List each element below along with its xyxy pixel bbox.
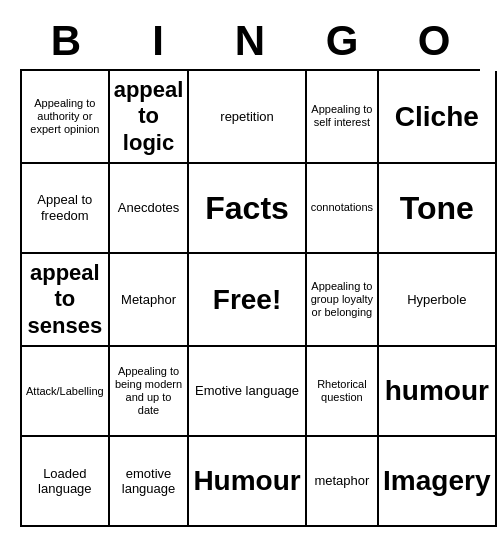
bingo-cell-r4-c2: Humour [189,437,306,527]
bingo-cell-r0-c4: Cliche [379,71,496,164]
bingo-cell-r4-c3: metaphor [307,437,379,527]
bingo-cell-r0-c2: repetition [189,71,306,164]
cell-text: Metaphor [121,292,176,308]
bingo-cell-r2-c1: Metaphor [110,254,190,347]
bingo-cell-r1-c2: Facts [189,164,306,254]
cell-text: Hyperbole [407,292,466,308]
cell-text: Imagery [383,464,490,498]
bingo-card: BINGO Appealing to authority or expert o… [10,7,490,537]
cell-text: Attack/Labelling [26,385,104,398]
bingo-cell-r3-c1: Appealing to being modern and up to date [110,347,190,437]
bingo-cell-r0-c0: Appealing to authority or expert opinion [22,71,110,164]
cell-text: Loaded language [26,466,104,497]
bingo-cell-r1-c0: Appeal to freedom [22,164,110,254]
bingo-cell-r2-c4: Hyperbole [379,254,496,347]
cell-text: humour [385,374,489,408]
bingo-cell-r1-c3: connotations [307,164,379,254]
cell-text: Appealing to being modern and up to date [114,365,184,418]
cell-text: Anecdotes [118,200,179,216]
cell-text: Appealing to group loyalty or belonging [311,280,373,320]
cell-text: Cliche [395,100,479,134]
bingo-letter-G: G [298,17,386,65]
bingo-cell-r2-c2: Free! [189,254,306,347]
cell-text: Facts [205,189,289,227]
bingo-cell-r4-c1: emotive language [110,437,190,527]
cell-text: metaphor [314,473,369,489]
cell-text: Rhetorical question [311,378,373,404]
cell-text: Emotive language [195,383,299,399]
cell-text: Appealing to authority or expert opinion [26,97,104,137]
bingo-letter-N: N [206,17,294,65]
cell-text: Free! [213,283,281,317]
bingo-cell-r0-c3: Appealing to self interest [307,71,379,164]
bingo-cell-r3-c3: Rhetorical question [307,347,379,437]
bingo-cell-r1-c1: Anecdotes [110,164,190,254]
cell-text: appeal to senses [26,260,104,339]
bingo-cell-r2-c3: Appealing to group loyalty or belonging [307,254,379,347]
bingo-letter-I: I [114,17,202,65]
cell-text: emotive language [114,466,184,497]
bingo-cell-r2-c0: appeal to senses [22,254,110,347]
bingo-cell-r0-c1: appeal to logic [110,71,190,164]
cell-text: appeal to logic [114,77,184,156]
cell-text: Appeal to freedom [26,192,104,223]
cell-text: repetition [220,109,273,125]
bingo-letter-B: B [22,17,110,65]
cell-text: connotations [311,201,373,214]
cell-text: Tone [400,189,474,227]
bingo-cell-r4-c4: Imagery [379,437,496,527]
bingo-cell-r3-c2: Emotive language [189,347,306,437]
bingo-cell-r1-c4: Tone [379,164,496,254]
bingo-title: BINGO [20,17,480,65]
bingo-cell-r4-c0: Loaded language [22,437,110,527]
bingo-cell-r3-c0: Attack/Labelling [22,347,110,437]
bingo-letter-O: O [390,17,478,65]
cell-text: Appealing to self interest [311,103,373,129]
cell-text: Humour [193,464,300,498]
bingo-cell-r3-c4: humour [379,347,496,437]
bingo-grid: Appealing to authority or expert opinion… [20,69,480,527]
